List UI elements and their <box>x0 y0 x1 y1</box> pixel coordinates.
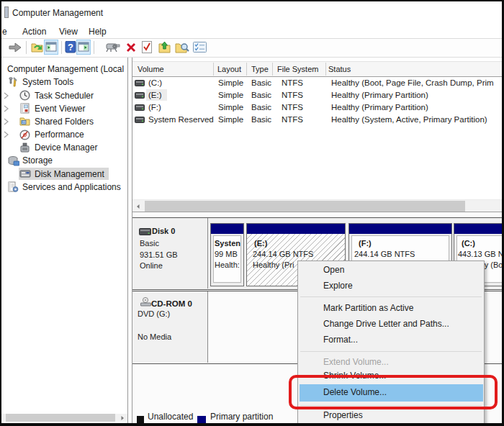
svg-text:23: 23 <box>22 121 26 124</box>
svg-text:?: ? <box>68 42 73 53</box>
